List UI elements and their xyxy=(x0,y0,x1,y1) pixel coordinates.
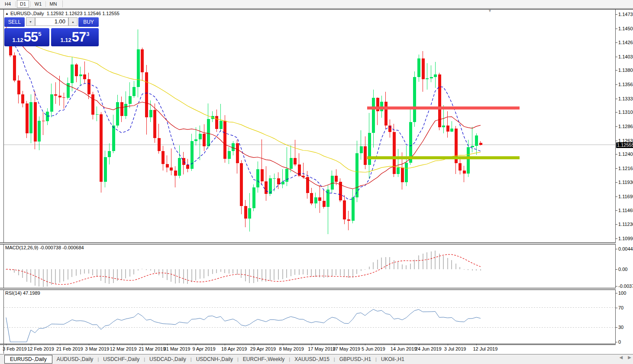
price-tick-mark xyxy=(616,99,617,99)
tab-eurchf-weekly[interactable]: EURCHF-,Weekly xyxy=(239,355,289,363)
candle-body xyxy=(401,168,404,183)
macd-histogram-bar xyxy=(117,269,118,281)
macd-histogram-bar xyxy=(212,269,213,274)
macd-histogram-bar xyxy=(162,269,163,278)
rsi-tick-label: 0 xyxy=(618,339,621,345)
candle-body xyxy=(335,176,338,182)
macd-histogram-bar xyxy=(352,269,353,277)
chart-title: EURUSD-,Daily xyxy=(10,11,44,16)
macd-histogram-bar xyxy=(443,256,444,269)
time-tick-mark xyxy=(336,344,336,345)
buy-button[interactable]: BUY xyxy=(78,17,99,27)
price-tick-label: 1.13800 xyxy=(618,68,633,73)
macd-histogram-bar xyxy=(187,269,188,284)
candle-body xyxy=(13,55,16,81)
candle-body xyxy=(79,74,82,76)
candle-body xyxy=(384,102,388,126)
time-tick-label: 9 Apr 2019 xyxy=(192,346,215,351)
macd-histogram-bar xyxy=(195,269,196,280)
price-tick-mark xyxy=(616,14,617,15)
candle-body xyxy=(104,157,107,182)
candle-body xyxy=(116,102,119,126)
time-tick-mark xyxy=(225,344,225,345)
candle-body xyxy=(273,178,276,179)
volume-increase-button[interactable]: ▲ xyxy=(68,17,78,26)
volume-input[interactable]: 1.00 xyxy=(35,17,68,26)
tab-xauusd-m15[interactable]: XAUUSD-,M15 xyxy=(290,355,334,363)
tab-gbpusd-h1[interactable]: GBPUSD-,H1 xyxy=(335,355,375,363)
tab-eurusd-daily[interactable]: EURUSD-,Daily xyxy=(4,355,52,364)
sell-button[interactable]: SELL xyxy=(4,17,25,27)
candle-body xyxy=(158,138,161,151)
volume-decrease-button[interactable]: ▼ xyxy=(26,17,35,26)
candle-body xyxy=(463,171,466,174)
time-tick-label: 31 Mar 2019 xyxy=(164,346,191,351)
buy-price-big: 57 xyxy=(72,29,86,45)
macd-histogram-bar xyxy=(59,269,60,283)
macd-histogram-bar xyxy=(451,260,452,269)
macd-histogram-bar xyxy=(216,269,217,273)
current-price-tag: 1.12555 xyxy=(616,142,633,148)
candle-body xyxy=(368,133,371,165)
macd-histogram-bar xyxy=(307,269,308,275)
sell-price-display[interactable]: 1.12 55 5 xyxy=(4,28,49,46)
macd-histogram-bar xyxy=(348,269,349,278)
chevron-down-icon: ▼ xyxy=(29,20,32,23)
candle-body xyxy=(228,151,231,159)
tab-audusd-daily[interactable]: AUDUSD-,Daily xyxy=(52,355,98,363)
candle-body xyxy=(96,114,99,115)
buy-price-display[interactable]: 1.12 57 3 xyxy=(51,28,99,46)
tab-usdchf-daily[interactable]: USDCHF-,Daily xyxy=(99,355,144,363)
candle-body xyxy=(17,81,20,94)
macd-histogram-bar xyxy=(100,269,101,281)
candle-body xyxy=(422,58,425,79)
price-tick-label: 1.14265 xyxy=(618,40,633,45)
macd-histogram-bar xyxy=(97,269,97,276)
tab-usdcad-daily[interactable]: USDCAD-,Daily xyxy=(145,355,191,363)
macd-histogram-bar xyxy=(423,254,423,269)
macd-histogram-bar xyxy=(113,269,114,283)
resistance-hline xyxy=(367,106,520,110)
candle-body xyxy=(397,168,400,174)
price-tick-mark xyxy=(616,141,617,141)
tab-usdcnh-daily[interactable]: USDCNH-,Daily xyxy=(192,355,237,363)
price-tick-mark xyxy=(616,57,617,57)
macd-histogram-bar xyxy=(63,269,64,281)
tab-scroll-left-icon[interactable]: ◀ xyxy=(620,355,623,360)
macd-histogram-bar xyxy=(373,262,374,269)
candle-body xyxy=(145,72,148,117)
collapse-icon[interactable]: ▲ xyxy=(5,12,9,16)
chart-canvas[interactable] xyxy=(0,0,633,364)
candle-body xyxy=(430,77,433,78)
macd-histogram-bar xyxy=(35,269,36,286)
macd-histogram-bar xyxy=(257,269,258,282)
tab-scroll-right-icon[interactable]: ▶ xyxy=(628,355,631,360)
macd-tick-label: 0.00 xyxy=(618,267,627,272)
candle-body xyxy=(178,158,181,176)
candle-body xyxy=(186,165,189,168)
price-tick-label: 1.13100 xyxy=(618,110,633,115)
macd-histogram-bar xyxy=(125,269,126,278)
price-tick-mark xyxy=(616,126,617,127)
macd-histogram-bar xyxy=(109,269,110,284)
macd-histogram-bar xyxy=(105,269,106,283)
candle-body xyxy=(71,64,74,83)
macd-histogram-bar xyxy=(22,269,23,278)
candle-body xyxy=(174,171,177,176)
candle-body xyxy=(29,102,32,133)
macd-histogram-bar xyxy=(381,258,382,269)
macd-histogram-bar xyxy=(315,269,316,277)
candle-body xyxy=(252,187,255,208)
candle-body xyxy=(54,94,57,96)
macd-histogram-bar xyxy=(431,251,432,269)
price-tick-label: 1.14030 xyxy=(618,54,633,59)
macd-histogram-bar xyxy=(336,269,336,275)
one-click-trading-panel: SELL ▼ 1.00 ▲ BUY 1.12 55 5 1.12 57 3 xyxy=(4,17,99,46)
macd-histogram-bar xyxy=(80,269,81,274)
time-tick-label: 17 May 2019 xyxy=(308,346,336,351)
chart-shift-marker-icon[interactable]: ▼ xyxy=(488,9,492,13)
tab-ukoil-h1[interactable]: UKOil-,H1 xyxy=(377,355,409,363)
macd-histogram-bar xyxy=(278,269,279,280)
candle-body xyxy=(83,74,86,79)
macd-histogram-bar xyxy=(311,269,312,277)
